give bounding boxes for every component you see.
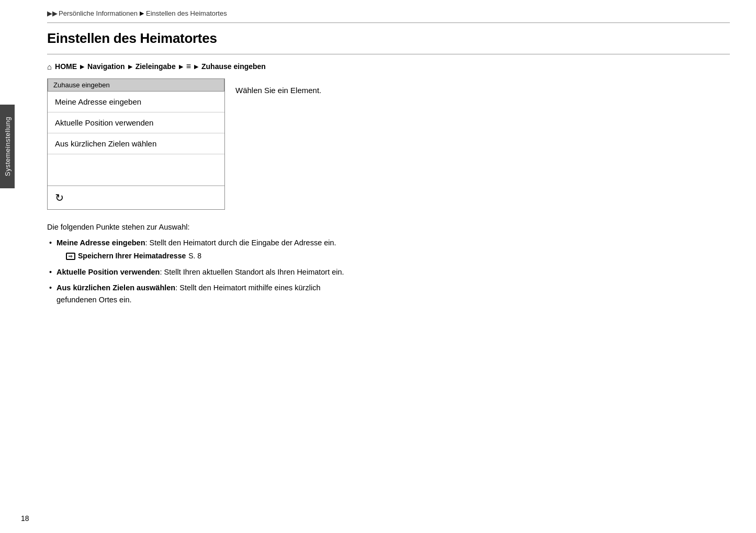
body-intro: Die folgenden Punkte stehen zur Auswahl:	[47, 221, 730, 233]
body-list: Meine Adresse eingeben: Stellt den Heima…	[47, 237, 730, 305]
list-item-2: Aktuelle Position verwenden: Stellt Ihre…	[47, 266, 730, 278]
nav-item-home: HOME	[55, 62, 77, 71]
nav-arrow-4: ▶	[194, 63, 198, 70]
nav-item-menu: ≡	[186, 62, 191, 71]
nav-breadcrumb: ⌂ HOME ▶ Navigation ▶ Zieleingabe ▶ ≡ ▶ …	[47, 62, 730, 71]
top-divider	[47, 22, 730, 23]
list-item-1: Meine Adresse eingeben: Stellt den Heima…	[47, 237, 730, 262]
cross-ref-label-1: Speichern Ihrer Heimatadresse	[78, 251, 186, 262]
menu-panel: Zuhause eingeben Meine Adresse eingeben …	[47, 78, 225, 210]
list-term-2: Aktuelle Position verwenden	[57, 268, 160, 276]
cross-ref-1: ⇨ Speichern Ihrer Heimatadresse S. 8	[57, 251, 730, 262]
back-button[interactable]: ↺	[48, 186, 224, 209]
menu-item-meine-adresse[interactable]: Meine Adresse eingeben	[48, 92, 224, 112]
sidebar-tab-label: Systemeinstellung	[4, 117, 12, 176]
breadcrumb-item-1: Persönliche Informationen	[59, 9, 138, 17]
breadcrumb-arrow-1: ▶▶	[47, 9, 58, 17]
nav-arrow-3: ▶	[179, 63, 183, 70]
menu-item-empty	[48, 154, 224, 186]
title-divider	[47, 54, 730, 54]
back-icon: ↺	[55, 191, 64, 204]
cross-ref-icon-1: ⇨	[66, 253, 75, 260]
nav-item-navigation: Navigation	[87, 62, 125, 71]
breadcrumb-item-2: Einstellen des Heimatortes	[146, 9, 227, 17]
breadcrumb: ▶▶ Persönliche Informationen ▶ Einstelle…	[47, 9, 730, 17]
list-term-1: Meine Adresse eingeben	[57, 239, 145, 247]
nav-arrow-1: ▶	[80, 63, 84, 70]
sidebar-tab: Systemeinstellung	[0, 105, 15, 188]
ui-panel-area: Zuhause eingeben Meine Adresse eingeben …	[47, 78, 730, 210]
nav-item-zuhause: Zuhause eingeben	[201, 62, 266, 71]
list-term-3: Aus kürzlichen Zielen auswählen	[57, 283, 175, 292]
body-text: Die folgenden Punkte stehen zur Auswahl:…	[47, 221, 730, 305]
cross-ref-page-1: S. 8	[188, 251, 201, 262]
menu-item-aktuelle-position[interactable]: Aktuelle Position verwenden	[48, 112, 224, 133]
nav-arrow-2: ▶	[128, 63, 132, 70]
menu-panel-header: Zuhause eingeben	[48, 78, 224, 92]
description-panel: Wählen Sie ein Element.	[225, 78, 332, 210]
breadcrumb-arrow-2: ▶	[140, 10, 144, 17]
menu-item-kuerzliche-ziele[interactable]: Aus kürzlichen Zielen wählen	[48, 133, 224, 154]
nav-item-zieleingabe: Zieleingabe	[136, 62, 176, 71]
page-title: Einstellen des Heimatortes	[47, 30, 730, 47]
home-icon: ⌂	[47, 62, 52, 71]
page-number: 18	[21, 514, 29, 523]
list-item-3: Aus kürzlichen Zielen auswählen: Stellt …	[47, 282, 730, 305]
description-text: Wählen Sie ein Element.	[235, 86, 321, 95]
